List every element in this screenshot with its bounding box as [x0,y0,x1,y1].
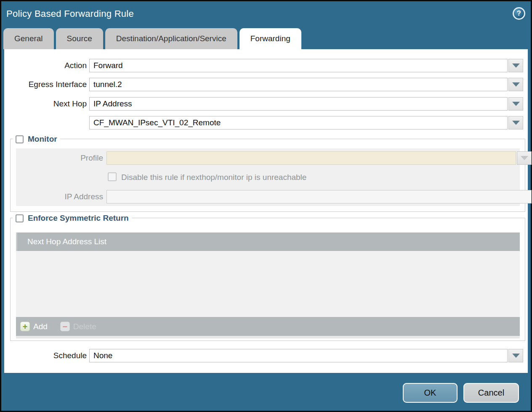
chevron-down-icon [512,82,520,87]
monitor-panel: Profile Disable this rule if nexthop/mon… [16,148,520,206]
enforce-symmetric-return-label: Enforce Symmetric Return [28,214,129,223]
add-icon[interactable]: + [20,322,30,331]
monitor-label: Monitor [28,135,57,144]
schedule-label: Schedule [4,349,87,362]
chevron-down-icon [512,121,520,125]
ok-button-label: OK [424,388,436,398]
next-hop-address-list-header: Next Hop Address List [16,232,520,251]
egress-interface-label: Egress Interface [4,78,87,91]
next-hop-dropdown-button[interactable] [508,97,523,111]
egress-interface-dropdown-button[interactable] [508,78,523,91]
enforce-symmetric-return-legend: Enforce Symmetric Return [13,213,132,223]
schedule-dropdown-button[interactable] [508,349,523,362]
action-dropdown-button[interactable] [508,59,523,72]
delete-icon: − [60,322,70,331]
forwarding-tab-panel: Action Forward Egress Interface tunnel.2… [4,49,528,373]
next-hop-select[interactable]: IP Address [89,97,508,111]
next-hop-address-select[interactable]: CF_MWAN_IPsec_VTI_02_Remote [89,116,508,129]
delete-button: Delete [73,322,96,331]
tab-source[interactable]: Source [56,28,103,49]
action-select[interactable]: Forward [89,59,508,72]
table-bottom-strip [16,336,520,338]
tab-forwarding-label: Forwarding [250,34,290,43]
dialog-footer: OK Cancel [1,373,531,411]
enforce-symmetric-return-checkbox[interactable] [16,214,24,222]
next-hop-address-list-table: Next Hop Address List + Add − Delete [16,232,520,338]
chevron-down-icon [512,354,520,358]
tab-bar: General Source Destination/Application/S… [3,28,301,49]
next-hop-address-list-toolbar: + Add − Delete [16,317,520,336]
add-button[interactable]: Add [33,322,48,331]
schedule-select[interactable]: None [89,349,508,362]
chevron-down-icon [521,156,528,160]
chevron-down-icon [512,63,520,68]
action-value: Forward [93,61,123,70]
egress-interface-value: tunnel.2 [93,80,122,89]
help-icon[interactable]: ? [513,7,525,20]
next-hop-label: Next Hop [4,97,87,111]
monitor-legend: Monitor [13,134,60,144]
disable-rule-label: Disable this rule if nexthop/monitor ip … [121,173,306,182]
tab-source-label: Source [67,34,92,43]
next-hop-address-value: CF_MWAN_IPsec_VTI_02_Remote [93,118,221,127]
help-icon-glyph: ? [517,10,521,17]
egress-interface-select[interactable]: tunnel.2 [89,78,508,91]
tab-general[interactable]: General [3,28,54,49]
monitor-ip-address-input [106,190,532,203]
profile-label: Profile [16,151,103,165]
next-hop-value: IP Address [93,99,132,108]
cancel-button[interactable]: Cancel [463,383,519,403]
dialog-title: Policy Based Forwarding Rule [6,8,134,19]
chevron-down-icon [512,102,520,106]
disable-rule-checkbox [108,172,117,181]
tab-destination-application-service[interactable]: Destination/Application/Service [105,28,237,49]
next-hop-address-dropdown-button[interactable] [508,116,523,129]
monitor-checkbox[interactable] [16,135,24,143]
ok-button[interactable]: OK [403,383,458,403]
next-hop-address-list-body [16,251,520,317]
profile-dropdown-button [517,151,532,165]
monitor-ip-address-label: IP Address [16,190,103,203]
schedule-value: None [93,351,112,360]
plus-glyph: + [23,322,28,331]
tab-forwarding[interactable]: Forwarding [239,28,301,49]
tab-general-label: General [14,34,43,43]
pbf-rule-dialog: Policy Based Forwarding Rule ? General S… [1,1,531,411]
profile-select [106,151,516,165]
action-label: Action [4,59,87,72]
minus-glyph: − [62,322,67,331]
cancel-button-label: Cancel [478,388,504,398]
tab-destination-label: Destination/Application/Service [116,34,226,43]
